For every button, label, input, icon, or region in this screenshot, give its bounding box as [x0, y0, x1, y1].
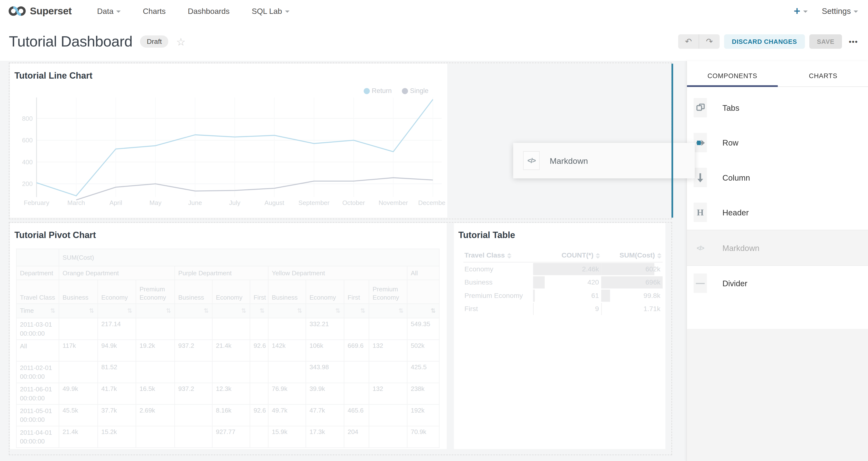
line-chart-card[interactable]: Tutorial Line Chart Return Single 200400… — [10, 64, 447, 218]
more-options-icon[interactable]: ••• — [849, 37, 858, 46]
pivot-cell: 238k — [407, 383, 439, 404]
component-item-tabs[interactable]: Tabs — [687, 90, 868, 125]
table-cell: 61 — [533, 289, 601, 302]
pivot-cell — [175, 404, 212, 426]
pivot-sort-header[interactable]: ⇅ — [268, 304, 306, 318]
nav-right-group: + Settings — [794, 6, 858, 17]
table-cell: 99.8k — [601, 289, 663, 302]
nav-item-sql-lab[interactable]: SQL Lab — [241, 7, 300, 16]
favorite-star-icon[interactable]: ☆ — [176, 35, 186, 48]
x-axis-label: August — [265, 199, 284, 206]
pivot-col-header: Economy — [98, 280, 136, 304]
pivot-cell: 2.69k — [136, 404, 175, 426]
pivot-metric-header: SUM(Cost) — [59, 249, 439, 266]
chevron-down-icon — [803, 10, 807, 13]
table-row: 2011-06-0100:00:0049.9k41.7k16.5k937.212… — [16, 383, 439, 404]
table-cell: Business — [463, 276, 533, 289]
chart-title: Tutorial Table — [459, 230, 515, 240]
x-axis-label: July — [229, 199, 241, 206]
table-column-header[interactable]: SUM(Cost) — [601, 248, 663, 262]
sort-icon — [596, 253, 600, 258]
chart-title: Tutorial Pivot Chart — [14, 230, 96, 240]
table-chart-card[interactable]: Tutorial Table Travel ClassCOUNT(*)SUM(C… — [454, 223, 665, 449]
redo-button[interactable]: ↷ — [699, 34, 719, 49]
page-title[interactable]: Tutorial Dashboard — [9, 33, 132, 50]
pivot-sort-header[interactable]: ⇅ — [212, 304, 250, 318]
undo-redo-group: ↶ ↷ — [678, 34, 720, 49]
tab-charts[interactable]: CHARTS — [778, 65, 868, 86]
table-cell: 2.46k — [533, 262, 601, 276]
pivot-time-cell: 2011-02-0100:00:00 — [16, 361, 59, 383]
pivot-cell: 465.6 — [344, 404, 369, 426]
pivot-cell: 927.77 — [212, 426, 250, 448]
pivot-sort-header[interactable]: ⇅ — [369, 304, 407, 318]
pivot-col-header: Business — [59, 280, 98, 304]
pivot-sort-header[interactable]: ⇅ — [98, 304, 136, 318]
pivot-sort-header[interactable]: ⇅ — [250, 304, 268, 318]
pivot-cell: 45.5k — [59, 404, 98, 426]
table-column-header[interactable]: Travel Class — [463, 248, 533, 262]
pivot-cell — [136, 361, 175, 383]
pivot-cell: 549.35 — [407, 318, 439, 340]
component-item-header[interactable]: H Header — [687, 195, 868, 230]
pivot-cell — [268, 361, 306, 383]
x-axis-label: October — [342, 199, 365, 206]
pivot-cell: 21.4k — [212, 340, 250, 362]
component-item-row[interactable]: Row — [687, 125, 868, 160]
pivot-cell: 94.9k — [98, 340, 136, 362]
undo-button[interactable]: ↶ — [678, 34, 699, 49]
component-item-divider[interactable]: Divider — [687, 266, 868, 301]
dashboard-row[interactable]: Tutorial Line Chart Return Single 200400… — [9, 63, 672, 219]
pivot-chart-card[interactable]: Tutorial Pivot Chart SUM(Cost)Department… — [10, 223, 447, 449]
component-list: Tabs Row Column H Header </> Markdown — [687, 90, 868, 301]
new-item-button[interactable]: + — [794, 6, 807, 17]
component-item-markdown[interactable]: </> Markdown — [687, 230, 868, 266]
sort-icon — [507, 253, 512, 258]
pivot-time-cell: 2011-05-0100:00:00 — [16, 404, 59, 426]
table-row: 2011-02-0100:00:0081.52343.98425.5 — [16, 361, 439, 383]
pivot-cell — [369, 404, 407, 426]
table-cell: 602k — [601, 262, 663, 276]
pivot-cell — [369, 426, 407, 448]
header-icon: H — [693, 203, 707, 222]
pivot-cell — [59, 318, 98, 340]
chart-title: Tutorial Line Chart — [14, 71, 92, 81]
table-row: Business420696k — [463, 276, 662, 289]
pivot-col-header: First — [344, 280, 369, 304]
nav-item-dashboards[interactable]: Dashboards — [177, 7, 241, 16]
pivot-col-header: First — [250, 280, 268, 304]
superset-logo[interactable]: Superset — [8, 5, 72, 17]
superset-dashboard-edit-page: Superset Data Charts Dashboards SQL Lab … — [0, 0, 868, 461]
pivot-sort-header[interactable]: ⇅ — [306, 304, 344, 318]
x-axis-label: May — [149, 199, 162, 206]
pivot-sort-header[interactable]: ⇅ — [59, 304, 98, 318]
component-item-column[interactable]: Column — [687, 160, 868, 195]
pivot-cell — [136, 318, 175, 340]
pivot-cell: 16.5k — [136, 383, 175, 404]
table-column-header[interactable]: COUNT(*) — [533, 248, 601, 262]
markdown-drag-ghost: </> Markdown — [513, 143, 695, 178]
line-chart-plot: 200400600800FebruaryMarchAprilMayJuneJul… — [10, 86, 445, 214]
pivot-sort-header[interactable]: ⇅ — [407, 304, 439, 318]
tab-components[interactable]: COMPONENTS — [687, 65, 778, 86]
pivot-cell: 92.6 — [250, 404, 268, 426]
code-icon: </> — [693, 238, 707, 257]
dashboard-row[interactable]: Tutorial Pivot Chart SUM(Cost)Department… — [9, 222, 672, 455]
pivot-sort-header[interactable]: ⇅ — [344, 304, 369, 318]
discard-changes-button[interactable]: DISCARD CHANGES — [724, 34, 805, 49]
pivot-group-header: Purple Department — [175, 266, 268, 280]
settings-menu[interactable]: Settings — [822, 7, 858, 16]
save-button[interactable]: SAVE — [809, 34, 842, 49]
pivot-sort-header[interactable]: ⇅ — [136, 304, 175, 318]
pivot-cell — [268, 318, 306, 340]
table-cell: First — [463, 302, 533, 316]
nav-item-charts[interactable]: Charts — [132, 7, 177, 16]
data-table: Travel ClassCOUNT(*)SUM(Cost)Economy2.46… — [463, 248, 662, 315]
pivot-col-header — [407, 280, 439, 304]
pivot-sort-header[interactable]: Time⇅ — [16, 304, 59, 318]
nav-item-data[interactable]: Data — [86, 7, 132, 16]
table-row: 2011-03-0100:00:00217.14332.21549.35 — [16, 318, 439, 340]
pivot-cell: 70.9k — [407, 426, 439, 448]
pivot-cell — [136, 426, 175, 448]
pivot-sort-header[interactable]: ⇅ — [175, 304, 212, 318]
